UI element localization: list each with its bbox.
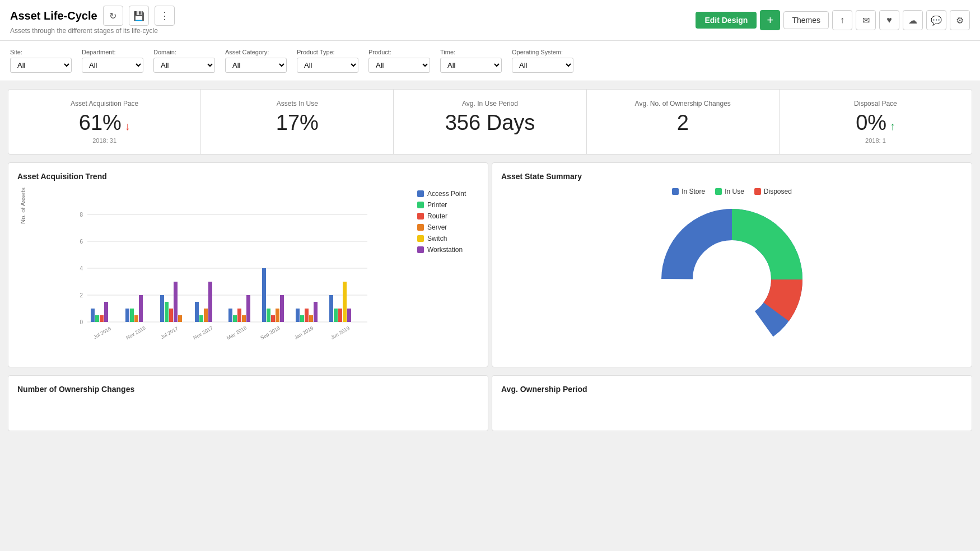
filter-asset-category-label: Asset Category: (225, 49, 287, 55)
svg-rect-15 (130, 309, 134, 322)
donut-chart-card: Asset State Summary In Store In Use Disp… (492, 162, 972, 367)
svg-rect-27 (228, 309, 232, 322)
donut-legend-color-in-use (715, 188, 722, 195)
kpi-disposal-pace: Disposal Pace 0% ↑ 2018: 1 (780, 90, 972, 154)
legend-color-workstation (417, 246, 424, 253)
header-left: Asset Life-Cycle ↻ 💾 ⋮ Assets through th… (10, 6, 175, 35)
svg-text:8: 8 (80, 212, 83, 218)
legend-color-access-point (417, 190, 424, 197)
filter-department-select[interactable]: All (82, 58, 143, 73)
app-title: Asset Life-Cycle (10, 10, 97, 22)
bar-chart-legend: Access Point Printer Router Server Switc… (417, 188, 479, 254)
svg-text:Jan 2019: Jan 2019 (293, 325, 314, 340)
svg-rect-22 (178, 315, 182, 322)
refresh-button[interactable]: ↻ (103, 6, 123, 26)
filter-os: Operating System: All (512, 49, 573, 73)
svg-rect-19 (165, 302, 169, 322)
kpi-sub-4: 2018: 1 (791, 137, 960, 144)
legend-label-printer: Printer (427, 201, 447, 209)
svg-rect-36 (280, 295, 284, 322)
svg-rect-40 (309, 315, 313, 322)
filter-product-type-select[interactable]: All (297, 58, 358, 73)
svg-rect-14 (125, 309, 129, 322)
svg-rect-17 (139, 295, 143, 322)
kpi-label-2: Avg. In Use Period (405, 100, 575, 108)
kpi-value-1: 17% (212, 111, 382, 135)
svg-rect-37 (296, 309, 300, 322)
legend-color-printer (417, 202, 424, 208)
chat-button[interactable]: 💬 (926, 10, 946, 30)
bar-chart-svg: 0 2 4 6 8 (32, 188, 412, 344)
kpi-row: Asset Acquisition Pace 61% ↓ 2018: 31 As… (8, 89, 972, 155)
kpi-value-4: 0% ↑ (791, 111, 960, 135)
header-title-row: Asset Life-Cycle ↻ 💾 ⋮ (10, 6, 175, 26)
filter-product: Product: All (368, 49, 430, 73)
svg-rect-25 (204, 309, 208, 322)
more-options-button[interactable]: ⋮ (155, 6, 175, 26)
svg-rect-41 (314, 302, 318, 322)
bottom-row: Number of Ownership Changes Avg. Ownersh… (8, 375, 972, 431)
svg-rect-21 (174, 282, 178, 322)
svg-rect-32 (262, 268, 266, 322)
kpi-assets-in-use: Assets In Use 17% (201, 90, 394, 154)
svg-text:May 2018: May 2018 (226, 325, 248, 340)
save-button[interactable]: 💾 (129, 6, 149, 26)
donut-legend-color-in-store (672, 188, 679, 195)
svg-rect-12 (100, 315, 104, 322)
filter-site: Site: All (10, 49, 72, 73)
svg-rect-44 (338, 309, 342, 322)
upload-button[interactable]: ☁ (903, 10, 923, 30)
filter-domain-select[interactable]: All (153, 58, 215, 73)
y-axis-label: No. of Assets (17, 188, 26, 224)
bar-chart-card: Asset Acquisition Trend No. of Assets 0 … (8, 162, 488, 367)
legend-label-server: Server (427, 223, 447, 231)
kpi-ownership-changes: Avg. No. of Ownership Changes 2 (587, 90, 780, 154)
header-subtitle: Assets through the different stages of i… (10, 27, 175, 35)
filter-product-select[interactable]: All (368, 58, 430, 73)
settings-button[interactable]: ⚙ (950, 10, 970, 30)
bar-chart-title: Asset Acquisition Trend (17, 172, 479, 181)
svg-text:0: 0 (80, 319, 83, 325)
filter-department: Department: All (82, 49, 143, 73)
svg-rect-31 (246, 295, 250, 322)
legend-label-switch: Switch (427, 235, 447, 242)
add-button[interactable]: + (760, 10, 780, 30)
svg-text:Nov 2016: Nov 2016 (125, 325, 146, 340)
svg-rect-46 (347, 309, 351, 322)
svg-rect-38 (300, 315, 304, 322)
svg-rect-23 (195, 302, 199, 322)
network-button[interactable]: ♥ (879, 10, 899, 30)
filter-site-select[interactable]: All (10, 58, 72, 73)
svg-rect-26 (208, 282, 212, 322)
email-button[interactable]: ✉ (856, 10, 876, 30)
donut-container: In Store In Use Disposed (501, 188, 963, 358)
svg-text:4: 4 (80, 265, 83, 272)
themes-button[interactable]: Themes (783, 11, 829, 29)
kpi-sub-0: 2018: 31 (20, 137, 189, 144)
filter-os-select[interactable]: All (512, 58, 573, 73)
legend-label-access-point: Access Point (427, 190, 466, 198)
legend-color-router (417, 213, 424, 220)
svg-rect-45 (343, 282, 347, 322)
svg-text:Nov 2017: Nov 2017 (192, 325, 213, 340)
filters-bar: Site: All Department: All Domain: All As… (0, 41, 980, 81)
trend-up-icon-4: ↑ (886, 120, 895, 132)
edit-design-button[interactable]: Edit Design (696, 12, 757, 29)
donut-legend-label-in-store: In Store (682, 188, 705, 195)
bar-chart-container: No. of Assets 0 2 4 6 8 (17, 188, 479, 346)
svg-rect-33 (267, 309, 270, 322)
kpi-value-2: 356 Days (405, 111, 575, 135)
svg-rect-10 (91, 309, 95, 322)
svg-rect-29 (237, 309, 241, 322)
legend-label-workstation: Workstation (427, 246, 463, 254)
filter-time-select[interactable]: All (440, 58, 502, 73)
trend-down-icon-0: ↓ (122, 120, 130, 132)
kpi-label-0: Asset Acquisition Pace (20, 100, 189, 108)
svg-rect-43 (334, 309, 338, 322)
bottom-title-1: Avg. Ownership Period (501, 385, 963, 394)
share-button[interactable]: ↑ (832, 10, 852, 30)
bottom-ownership-changes-card: Number of Ownership Changes (8, 375, 488, 431)
filter-asset-category-select[interactable]: All (225, 58, 287, 73)
svg-rect-18 (160, 295, 164, 322)
donut-chart-title: Asset State Summary (501, 172, 963, 181)
